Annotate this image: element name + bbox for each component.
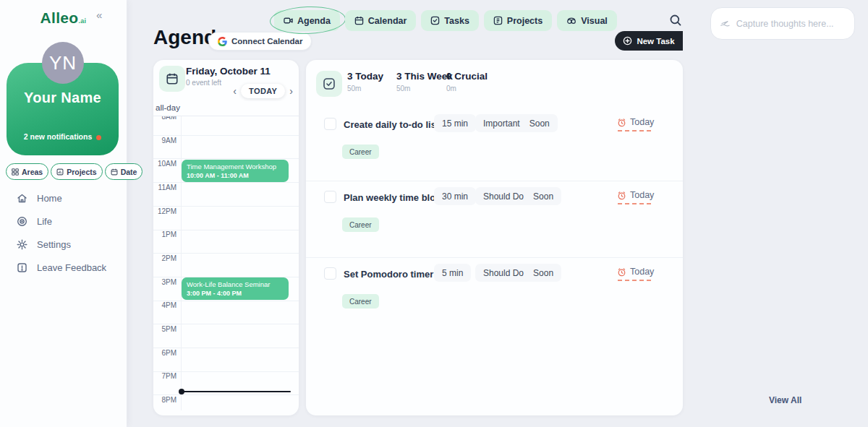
sidebar-filters: Areas Projects Date xyxy=(6,163,121,180)
task-duration-pill[interactable]: 5 min xyxy=(434,264,471,282)
tab-label: Calendar xyxy=(368,16,407,26)
sidebar-item-home[interactable]: Home xyxy=(0,186,127,210)
calendar-date-title: Friday, October 11 xyxy=(186,66,271,77)
task-due[interactable]: Today xyxy=(617,117,654,127)
task-duration-pill[interactable]: 30 min xyxy=(434,187,476,205)
hour-label: 6PM xyxy=(153,349,176,357)
notifications-text: 2 new notifications xyxy=(24,132,93,141)
feedback-icon xyxy=(17,262,27,273)
task-tag[interactable]: Career xyxy=(342,294,379,309)
stat-label: 3 This Week xyxy=(396,71,453,82)
stat-label: 3 Today xyxy=(347,71,383,82)
task-due[interactable]: Today xyxy=(617,267,654,277)
task-priority: Important xyxy=(483,118,520,129)
stat-duration: 50m xyxy=(396,85,453,92)
hour-label: 11AM xyxy=(153,184,176,191)
hour-label: 2PM xyxy=(153,254,176,262)
check-circle-icon xyxy=(430,16,440,25)
task-due-label: Today xyxy=(630,267,654,277)
top-nav-tabs: Agenda Calendar Tasks Projects Visual xyxy=(274,10,617,31)
tab-label: Visual xyxy=(581,16,608,26)
task-tag[interactable]: Career xyxy=(342,145,379,159)
notifications-link[interactable]: 2 new notifications xyxy=(7,132,119,141)
target-icon xyxy=(17,216,27,227)
calendar-event[interactable]: Work-Life Balance Seminar 3:00 PM - 4:00… xyxy=(182,277,289,300)
sidebar-item-leave-feedback[interactable]: Leave Feedback xyxy=(0,256,127,279)
gear-icon xyxy=(17,239,27,250)
task-title: Create daily to-do list xyxy=(344,119,439,130)
today-button[interactable]: TODAY xyxy=(241,84,285,98)
task-priority-pill[interactable]: Should Do Soon xyxy=(475,187,561,205)
menu-label: Home xyxy=(37,193,62,204)
task-checkbox[interactable] xyxy=(324,191,336,203)
task-tag[interactable]: Career xyxy=(342,217,379,232)
check-square-icon xyxy=(323,77,336,90)
connect-calendar-label: Connect Calendar xyxy=(231,37,302,46)
calendar-icon xyxy=(111,168,118,176)
notification-dot xyxy=(96,135,101,140)
task-row: Create daily to-do list 15 min Important… xyxy=(306,108,683,185)
tab-label: Projects xyxy=(507,16,542,26)
tasks-panel: 3 Today 50m 3 This Week 50m 0 Crucial 0m… xyxy=(306,60,683,415)
event-title: Work-Life Balance Seminar xyxy=(187,280,284,288)
search-button[interactable] xyxy=(669,14,684,28)
view-all-link[interactable]: View All xyxy=(769,395,801,405)
user-name: Your Name xyxy=(7,90,119,106)
logo-text: Alleo xyxy=(41,9,79,26)
calendar-icon-box xyxy=(159,66,185,92)
sidebar: Alleo.ai « Your Name 2 new notifications… xyxy=(0,0,127,427)
event-time: 3:00 PM - 4:00 PM xyxy=(187,290,284,297)
filter-areas-button[interactable]: Areas xyxy=(6,163,48,180)
tab-tasks[interactable]: Tasks xyxy=(421,10,479,31)
task-row: Plan weekly time blocks 30 min Should Do… xyxy=(306,181,683,257)
hour-label: 1PM xyxy=(153,230,176,238)
task-due[interactable]: Today xyxy=(617,190,654,200)
task-due-label: Today xyxy=(630,117,654,127)
stat-crucial: 0 Crucial 0m xyxy=(446,71,488,92)
connect-calendar-button[interactable]: Connect Calendar xyxy=(208,32,312,51)
task-checkbox[interactable] xyxy=(324,267,336,280)
prev-day-button[interactable]: ‹ xyxy=(233,86,237,96)
sidebar-item-settings[interactable]: Settings xyxy=(0,233,127,256)
current-time-dot xyxy=(179,389,184,394)
hour-label: 10AM xyxy=(153,160,176,168)
task-priority-pill[interactable]: Should Do Soon xyxy=(475,264,561,282)
stat-duration: 0m xyxy=(446,85,488,92)
task-urgency: Soon xyxy=(529,118,550,129)
filter-date-button[interactable]: Date xyxy=(105,163,143,180)
task-row: Set Pomodoro timer 5 min Should Do Soon … xyxy=(306,257,683,334)
task-checkbox[interactable] xyxy=(324,118,336,130)
sidebar-item-life[interactable]: Life xyxy=(0,210,127,233)
tab-visual[interactable]: Visual xyxy=(557,10,617,31)
task-priority: Should Do xyxy=(483,268,524,278)
grid-icon xyxy=(493,16,503,25)
hour-label: 8PM xyxy=(153,396,176,404)
calendar-event[interactable]: Time Management Workshop 10:00 AM - 11:0… xyxy=(182,160,289,182)
tab-calendar[interactable]: Calendar xyxy=(345,10,417,31)
calendar-icon xyxy=(166,72,179,85)
avatar[interactable]: YN xyxy=(42,42,84,84)
tab-agenda[interactable]: Agenda xyxy=(274,10,340,31)
hour-label: 12PM xyxy=(153,207,176,215)
filter-projects-button[interactable]: Projects xyxy=(51,163,102,180)
tab-projects[interactable]: Projects xyxy=(484,10,552,31)
task-duration-pill[interactable]: 15 min xyxy=(434,114,476,132)
capture-input[interactable] xyxy=(736,19,846,29)
calendar-events-left: 0 event left xyxy=(186,79,221,87)
hour-label: 3PM xyxy=(153,278,176,286)
next-day-button[interactable]: › xyxy=(289,86,293,96)
calendar-grid-divider xyxy=(181,101,182,410)
new-task-button[interactable]: New Task xyxy=(615,31,683,51)
hour-label: 9AM xyxy=(153,137,176,145)
home-icon xyxy=(17,193,27,204)
tasks-icon-box xyxy=(316,71,342,97)
filter-label: Date xyxy=(121,168,137,176)
calendar-icon xyxy=(354,16,364,25)
due-underline xyxy=(618,280,651,281)
tab-label: Agenda xyxy=(297,16,331,26)
collapse-sidebar-icon[interactable]: « xyxy=(96,9,102,21)
stat-duration: 50m xyxy=(347,85,383,92)
stat-today: 3 Today 50m xyxy=(347,71,383,92)
hour-label: 7PM xyxy=(153,372,176,380)
task-priority-pill[interactable]: Important Soon xyxy=(475,114,558,132)
